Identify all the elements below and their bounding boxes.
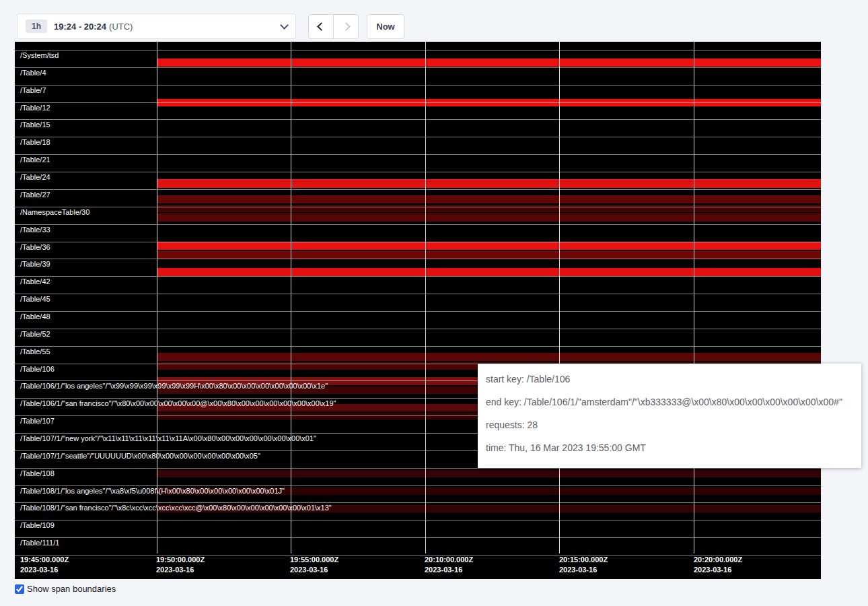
span-key-label: /Table/55 bbox=[20, 348, 50, 356]
show-span-boundaries-checkbox[interactable] bbox=[15, 584, 24, 594]
span-boundary-line bbox=[15, 329, 821, 329]
chevron-right-icon bbox=[342, 22, 351, 31]
span-boundary-line bbox=[15, 224, 821, 225]
span-boundary-line bbox=[15, 172, 821, 172]
span-key-label: /Table/24 bbox=[20, 174, 50, 181]
axis-date: 2023-03-16 bbox=[290, 565, 338, 575]
span-key-label: /Table/111/1 bbox=[20, 539, 59, 547]
span-boundary-line bbox=[15, 311, 821, 312]
tooltip-line: end key: /Table/106/1/"amsterdam"/"\xb33… bbox=[486, 391, 853, 413]
span-boundary-line bbox=[15, 294, 821, 294]
span-boundary-line bbox=[15, 50, 821, 50]
span-boundary-line bbox=[15, 346, 821, 347]
span-key-label: /Table/52 bbox=[20, 331, 50, 338]
heat-band[interactable] bbox=[157, 213, 821, 222]
tooltip-line: time: Thu, 16 Mar 2023 19:55:00 GMT bbox=[486, 436, 853, 459]
span-key-label: /Table/4 bbox=[20, 69, 46, 77]
axis-time: 20:10:00.000Z bbox=[425, 555, 473, 565]
span-boundary-line bbox=[15, 520, 821, 520]
time-range-value: 19:24 - 20:24 bbox=[54, 22, 106, 32]
span-key-label: /Table/39 bbox=[20, 261, 50, 268]
span-key-label: /Table/107 bbox=[20, 417, 55, 425]
axis-time: 19:45:00.000Z bbox=[20, 555, 69, 565]
span-key-label: /Table/7 bbox=[20, 87, 46, 94]
span-key-label: /Table/106 bbox=[20, 366, 55, 373]
time-gridline bbox=[425, 42, 426, 553]
heat-band[interactable] bbox=[157, 205, 821, 212]
heat-band[interactable] bbox=[157, 179, 821, 188]
span-key-label: /Table/18 bbox=[20, 139, 50, 146]
span-boundary-line bbox=[15, 189, 821, 190]
time-axis-label: 20:15:00.000Z2023-03-16 bbox=[559, 555, 608, 575]
span-key-label: /Table/106/1/"san francisco"/"\x80\x00\x… bbox=[20, 400, 336, 407]
span-boundary-line bbox=[15, 502, 821, 503]
span-key-label: /Table/108/1/"san francisco"/"\x8c\xcc\x… bbox=[20, 504, 332, 512]
next-range-button[interactable] bbox=[333, 14, 359, 39]
axis-time: 20:20:00.000Z bbox=[694, 555, 742, 565]
time-gridline bbox=[694, 42, 694, 553]
time-axis-label: 19:55:00.000Z2023-03-16 bbox=[290, 555, 338, 575]
axis-time: 20:15:00.000Z bbox=[559, 555, 608, 565]
heat-band[interactable] bbox=[157, 195, 821, 203]
span-key-label: /Table/106/1/"los angeles"/"\x99\x99\x99… bbox=[20, 382, 328, 390]
span-key-label: /Table/108 bbox=[20, 470, 55, 477]
time-range-text: 19:24 - 20:24(UTC) bbox=[54, 22, 133, 32]
now-button[interactable]: Now bbox=[367, 14, 404, 39]
span-boundary-line bbox=[15, 154, 821, 155]
heat-band[interactable] bbox=[157, 242, 821, 250]
heat-band[interactable] bbox=[157, 470, 821, 477]
time-axis-label: 19:45:00.000Z2023-03-16 bbox=[20, 555, 69, 575]
heat-band[interactable] bbox=[157, 59, 821, 67]
span-boundary-line bbox=[15, 102, 821, 103]
span-boundary-line bbox=[15, 119, 821, 120]
previous-range-button[interactable] bbox=[308, 14, 334, 39]
time-range-nav bbox=[308, 14, 359, 39]
span-key-label: /Table/107/1/"new york"/"\x11\x11\x11\x1… bbox=[20, 435, 316, 442]
time-axis-label: 20:20:00.000Z2023-03-16 bbox=[694, 555, 742, 575]
tooltip-line: requests: 28 bbox=[486, 413, 853, 436]
span-boundary-line bbox=[15, 259, 821, 259]
span-boundary-line bbox=[15, 207, 821, 207]
time-axis-label: 20:10:00.000Z2023-03-16 bbox=[425, 555, 473, 575]
span-key-label: /Table/36 bbox=[20, 244, 50, 251]
span-boundary-line bbox=[15, 137, 821, 137]
span-key-label: /System/tsd bbox=[20, 52, 59, 59]
span-key-label: /Table/12 bbox=[20, 104, 50, 112]
heat-band[interactable] bbox=[157, 268, 821, 276]
heat-band[interactable] bbox=[157, 353, 821, 361]
span-boundary-line bbox=[15, 85, 821, 86]
heat-band[interactable] bbox=[157, 251, 821, 259]
key-visualizer-page: 1h 19:24 - 20:24(UTC) Now /System/tsd/Ta… bbox=[0, 0, 868, 606]
axis-date: 2023-03-16 bbox=[694, 565, 742, 575]
key-visualizer-canvas[interactable]: /System/tsd/Table/4/Table/7/Table/12/Tab… bbox=[15, 42, 821, 579]
span-key-label: /Table/45 bbox=[20, 296, 50, 303]
time-gridline bbox=[291, 42, 291, 553]
axis-time: 19:50:00.000Z bbox=[156, 555, 205, 565]
span-key-label: /Table/42 bbox=[20, 278, 50, 285]
time-range-selector[interactable]: 1h 19:24 - 20:24(UTC) bbox=[17, 13, 296, 39]
axis-date: 2023-03-16 bbox=[20, 565, 69, 575]
show-span-boundaries-control[interactable]: Show span boundaries bbox=[15, 584, 116, 594]
time-axis-label: 19:50:00.000Z2023-03-16 bbox=[156, 555, 205, 575]
span-tooltip: start key: /Table/106end key: /Table/106… bbox=[478, 364, 861, 468]
time-range-badge: 1h bbox=[26, 20, 47, 33]
span-key-label: /Table/109 bbox=[20, 522, 55, 529]
span-key-label: /Table/21 bbox=[20, 156, 50, 164]
span-key-label: /Table/33 bbox=[20, 226, 50, 234]
axis-date: 2023-03-16 bbox=[559, 565, 608, 575]
time-gridline bbox=[157, 42, 157, 553]
time-range-zone: (UTC) bbox=[109, 22, 133, 32]
span-key-label: /Table/108/1/"los angeles"/"\xa8\xf5\u00… bbox=[20, 487, 285, 495]
span-key-label: /Table/107/1/"seattle"/"UUUUUUD\x00\x80\… bbox=[20, 452, 260, 460]
axis-date: 2023-03-16 bbox=[156, 565, 205, 575]
span-key-label: /Table/48 bbox=[20, 313, 50, 321]
span-key-label: /NamespaceTable/30 bbox=[20, 209, 89, 216]
span-boundary-line bbox=[15, 485, 821, 486]
span-boundary-line bbox=[15, 276, 821, 277]
span-boundary-line bbox=[15, 537, 821, 538]
time-gridline bbox=[559, 42, 560, 553]
axis-time: 19:55:00.000Z bbox=[290, 555, 338, 565]
tooltip-line: start key: /Table/106 bbox=[486, 368, 853, 391]
span-key-label: /Table/15 bbox=[20, 121, 50, 129]
chevron-left-icon bbox=[317, 22, 326, 31]
